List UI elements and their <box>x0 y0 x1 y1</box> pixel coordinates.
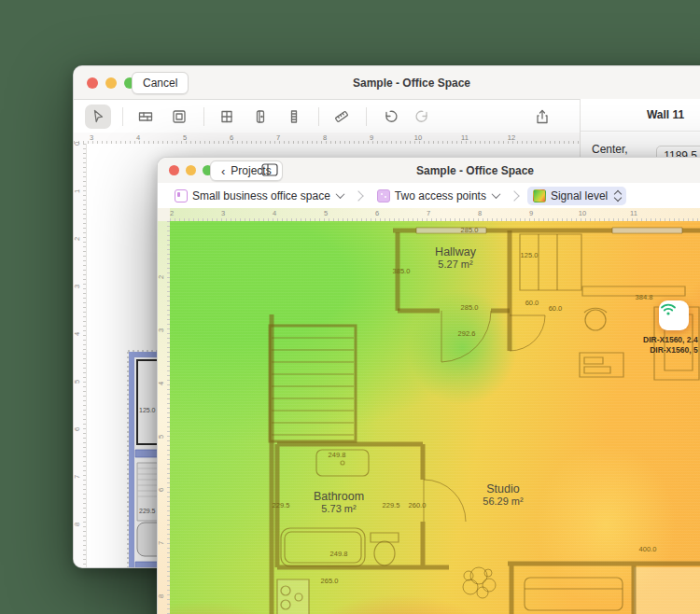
share-icon <box>533 107 552 126</box>
measurement-label: 385.0 <box>393 267 411 275</box>
window-tool-button[interactable] <box>214 105 240 129</box>
ruler-number: 4 <box>157 382 165 385</box>
measurement-label: 60.0 <box>525 299 539 307</box>
sidebar-icon <box>261 163 278 176</box>
editor-vertical-ruler: 012345678 <box>74 144 87 567</box>
measurement-label: 125.0 <box>521 251 539 259</box>
ruler-number: 12 <box>508 133 515 142</box>
redo-button[interactable] <box>410 105 436 129</box>
chevron-left-icon: ‹ <box>221 165 225 177</box>
breadcrumb-label: Signal level <box>551 189 608 202</box>
ruler-number: 5 <box>324 209 328 217</box>
chevron-right-icon <box>509 190 519 201</box>
room-label-studio: Studio56.29 m² <box>483 482 523 507</box>
door-icon <box>251 107 270 126</box>
close-button[interactable] <box>169 165 179 175</box>
measure-tool-button[interactable] <box>329 105 355 129</box>
ruler-number: 8 <box>157 594 165 598</box>
editor-titlebar: Cancel Sample - Office Space <box>74 66 700 100</box>
undo-button[interactable] <box>376 105 402 129</box>
measurement-label: 260.0 <box>409 501 427 509</box>
ap-icon <box>377 189 390 202</box>
measurement-label: 292.6 <box>458 329 476 338</box>
door-tool-button[interactable] <box>247 105 273 129</box>
ruler-number: 6 <box>375 209 379 217</box>
chevron-down-icon <box>491 189 500 199</box>
viewer-titlebar: ‹ Projects Sample - Office Space <box>158 158 700 184</box>
toolbar-divider <box>122 107 123 126</box>
inspector-title: Wall 11 <box>581 99 700 132</box>
access-point-label: DIR-X1560, 2.4 GHz <box>599 335 700 345</box>
ruler-number: 10 <box>414 133 422 142</box>
heatmap-icon <box>533 189 546 202</box>
cursor-icon <box>89 107 107 126</box>
ruler-number: 0 <box>73 142 81 146</box>
measurement-label: 265.0 <box>321 577 339 585</box>
ruler-number: 9 <box>370 133 373 142</box>
ruler-number: 3 <box>221 209 225 217</box>
measurement-label: 249.8 <box>329 451 346 459</box>
floor-plan-drawing <box>170 221 700 614</box>
measurement-label: 249.8 <box>330 550 348 558</box>
chevron-right-icon <box>353 190 363 201</box>
measurement-label: 229.5 <box>273 501 290 509</box>
column-tool-button[interactable] <box>281 105 307 129</box>
toolbar-divider <box>318 107 319 126</box>
breadcrumb-ap[interactable]: Two access points <box>371 187 505 205</box>
sidebar-toggle-button[interactable] <box>260 162 279 177</box>
ruler-number: 4 <box>136 133 140 142</box>
minimize-button[interactable] <box>105 77 117 89</box>
ruler-number: 2 <box>73 237 81 241</box>
viewer-vertical-ruler: 2345678 <box>158 221 171 614</box>
cancel-button[interactable]: Cancel <box>132 72 189 94</box>
viewer-horizontal-ruler: 234567891011 <box>170 208 700 222</box>
room-label-bathroom: Bathroom5.73 m² <box>314 490 364 514</box>
window-icon <box>217 107 236 126</box>
ruler-number: 3 <box>90 133 93 142</box>
ruler-number: 5 <box>73 380 81 384</box>
ruler-number: 6 <box>230 133 233 142</box>
wall-tool-button[interactable] <box>133 105 159 129</box>
select-tool-button[interactable] <box>85 105 111 129</box>
ruler-corner <box>158 208 171 222</box>
plan-dimension-label: 125.0 <box>139 407 156 413</box>
ruler-number: 7 <box>427 209 430 217</box>
ruler-number: 3 <box>157 328 165 332</box>
ruler-number: 9 <box>529 209 533 217</box>
breadcrumb-heatmap[interactable]: Signal level <box>527 187 626 205</box>
traffic-lights <box>87 66 135 99</box>
ruler-number: 6 <box>157 488 165 492</box>
signal-heatmap-canvas[interactable]: Hallway5.27 m²Bathroom5.73 m²Studio56.29… <box>170 221 700 614</box>
measurement-label: 400.0 <box>639 545 657 553</box>
breadcrumb-plan[interactable]: Small business office space <box>169 187 349 205</box>
plan-dimension-label: 229.5 <box>139 508 156 514</box>
ruler-number: 8 <box>323 133 327 142</box>
room-label-hallway: Hallway5.27 m² <box>435 245 476 270</box>
ruler-number: 7 <box>73 475 81 479</box>
ruler-icon <box>332 107 351 126</box>
undo-icon <box>380 107 399 126</box>
plan-icon <box>175 189 188 202</box>
ruler-number: 7 <box>157 541 165 545</box>
ruler-number: 5 <box>157 435 165 439</box>
room-icon <box>170 107 189 126</box>
access-point-marker[interactable] <box>659 300 689 330</box>
breadcrumb-label: Small business office space <box>192 189 330 202</box>
chevron-down-icon <box>335 189 344 199</box>
breadcrumb-bar: Small business office spaceTwo access po… <box>158 183 700 209</box>
ruler-number: 11 <box>630 209 637 217</box>
ruler-number: 1 <box>73 189 81 193</box>
measurement-label: 229.5 <box>383 501 400 509</box>
redo-icon <box>413 107 432 126</box>
viewer-window: ‹ Projects Sample - Office Space Small b… <box>157 157 700 614</box>
toolbar-divider <box>366 107 367 126</box>
chevron-up-down-icon <box>615 191 621 201</box>
room-tool-button[interactable] <box>166 105 192 129</box>
share-button[interactable] <box>529 105 555 129</box>
close-button[interactable] <box>87 77 98 89</box>
breadcrumb-label: Two access points <box>395 189 486 202</box>
minimize-button[interactable] <box>186 165 196 175</box>
ruler-number: 8 <box>478 209 482 217</box>
wifi-icon <box>659 300 678 317</box>
access-point-label: DIR-X1560, 5 GHz <box>599 345 700 356</box>
